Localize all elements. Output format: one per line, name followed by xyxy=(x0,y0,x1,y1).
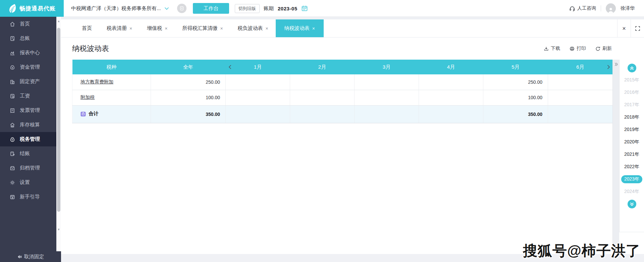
refresh-label: 刷新 xyxy=(602,46,612,52)
year-item-2024[interactable]: 2024年 xyxy=(620,185,644,198)
fixed-assets-icon xyxy=(9,79,15,85)
app-window: 畅捷通易代账 中税网通广泽（天津）税务师事务所有... 工作台 切到旧版 账期 … xyxy=(0,0,644,262)
leaf-logo-icon xyxy=(8,3,17,13)
month-value xyxy=(290,90,355,105)
period-label: 账期 xyxy=(264,5,274,12)
fullscreen-icon[interactable] xyxy=(631,19,644,38)
sidebar-item-guide[interactable]: 新手引导 xyxy=(0,190,56,204)
col-mar: 3月 xyxy=(355,60,419,74)
month-value xyxy=(226,90,290,105)
scrollbar-down-arrow[interactable]: ▼ xyxy=(56,228,61,232)
close-all-tabs-icon[interactable]: × xyxy=(617,19,631,38)
tab-close-icon[interactable]: × xyxy=(266,26,268,31)
unpin-label: 取消固定 xyxy=(24,254,44,260)
sidebar-item-archive[interactable]: 归档管理 xyxy=(0,161,56,175)
sidebar-item-settings[interactable]: 设置 xyxy=(0,175,56,190)
total-icon xyxy=(80,111,86,117)
collapse-panel-handle[interactable] xyxy=(612,60,619,254)
year-item-2021[interactable]: 2021年 xyxy=(620,148,644,160)
sidebar-item-invoice[interactable]: 发票管理 xyxy=(0,103,56,118)
tab-close-icon[interactable]: × xyxy=(165,26,167,31)
next-months-arrow-icon[interactable] xyxy=(607,60,610,74)
scrollbar-thumb[interactable] xyxy=(57,28,60,212)
tab-home[interactable]: 首页 xyxy=(74,19,99,37)
refresh-button[interactable]: 刷新 xyxy=(595,46,612,52)
company-name: 中税网通广泽（天津）税务师事务所有... xyxy=(71,5,161,12)
sidebar-item-label: 固定资产 xyxy=(20,78,40,85)
sidebar-item-general-ledger[interactable]: 总账 xyxy=(0,31,56,46)
total-month-value xyxy=(419,105,483,123)
sidebar-item-funds[interactable]: 资金管理 xyxy=(0,60,56,74)
col-jan: 1月 xyxy=(226,60,290,74)
sidebar-item-home[interactable]: 首页 xyxy=(0,17,56,31)
sidebar-item-label: 设置 xyxy=(20,179,30,186)
table-row: 地方教育费附加 250.00 250.00 xyxy=(72,74,613,90)
year-item-2016[interactable]: 2016年 xyxy=(620,86,644,99)
tab-tax-form-register[interactable]: 税表清册 × xyxy=(99,19,140,37)
unpin-sidebar-button[interactable]: 取消固定 xyxy=(0,251,61,262)
double-chevron-right-icon xyxy=(613,62,619,66)
company-selector[interactable]: 中税网通广泽（天津）税务师事务所有... xyxy=(71,0,169,17)
year-list: 2015年 2016年 2017年 2018年 2019年 2020年 2021… xyxy=(620,74,644,198)
username: 徐泽华 xyxy=(621,5,635,11)
brand-name: 畅捷通易代账 xyxy=(19,5,56,12)
month-value xyxy=(419,90,483,105)
sidebar: 首页 总账 报表中心 资金管理 固定资产 工资 xyxy=(0,17,56,262)
funds-icon xyxy=(9,64,15,70)
print-button[interactable]: 打印 xyxy=(570,46,586,52)
years-scroll-up-button[interactable] xyxy=(628,64,636,72)
sidebar-item-report-center[interactable]: 报表中心 xyxy=(0,46,56,60)
year-item-2019[interactable]: 2019年 xyxy=(620,123,644,136)
tab-close-icon[interactable]: × xyxy=(220,26,223,31)
main-content: 首页 税表清册 × 增值税 × 所得税汇算清缴 × 税负波动表 × xyxy=(61,17,644,262)
sidebar-menu: 首页 总账 报表中心 资金管理 固定资产 工资 xyxy=(0,17,56,204)
tab-vat[interactable]: 增值税 × xyxy=(140,19,175,37)
year-item-2023-selected[interactable]: 2023年 xyxy=(620,173,644,185)
year-item-2018[interactable]: 2018年 xyxy=(620,111,644,123)
sidebar-item-inventory[interactable]: 库存核算 xyxy=(0,118,56,132)
workbench-button[interactable]: 工作台 xyxy=(193,3,229,14)
tax-type-link[interactable]: 地方教育费附加 xyxy=(80,79,113,84)
tax-icon xyxy=(9,136,15,142)
download-label: 下载 xyxy=(551,46,560,52)
period-value: 2023-05 xyxy=(278,6,298,11)
chevron-down-icon[interactable] xyxy=(164,7,169,10)
col-may: 5月 xyxy=(483,60,548,74)
sidebar-item-label: 发票管理 xyxy=(20,107,40,114)
tab-label: 增值税 xyxy=(147,25,162,31)
invoice-icon xyxy=(9,108,15,114)
sidebar-item-label: 工资 xyxy=(20,93,30,99)
annual-value: 100.00 xyxy=(151,90,226,105)
sidebar-item-closing[interactable]: 结账 xyxy=(0,146,56,161)
col-apr: 4月 xyxy=(419,60,483,74)
avatar[interactable] xyxy=(606,3,616,13)
sidebar-scrollbar[interactable]: ▲ ▼ xyxy=(56,17,61,251)
tab-tax-payment-wave[interactable]: 纳税波动表 × xyxy=(276,19,324,37)
tab-income-tax-settlement[interactable]: 所得税汇算清缴 × xyxy=(175,19,230,37)
scrollbar-up-arrow[interactable]: ▲ xyxy=(56,19,61,23)
tab-tax-burden-wave[interactable]: 税负波动表 × xyxy=(230,19,276,37)
sidebar-item-fixed-assets[interactable]: 固定资产 xyxy=(0,74,56,89)
tax-type-link[interactable]: 附加税 xyxy=(80,94,95,100)
prev-months-arrow-icon[interactable] xyxy=(228,60,231,74)
sidebar-item-label: 归档管理 xyxy=(20,165,40,171)
watermark: 搜狐号@柿子洪了 xyxy=(523,241,641,261)
report-toolbar: 下载 打印 刷新 xyxy=(544,46,612,52)
sidebar-item-tax-management[interactable]: 税务管理 xyxy=(0,132,56,146)
month-value xyxy=(355,90,419,105)
sidebar-item-payroll[interactable]: 工资 xyxy=(0,89,56,103)
year-item-2020[interactable]: 2020年 xyxy=(620,136,644,148)
year-item-2022[interactable]: 2022年 xyxy=(620,160,644,173)
year-item-2015[interactable]: 2015年 xyxy=(620,74,644,86)
calendar-icon[interactable] xyxy=(302,5,308,11)
switch-old-version-button[interactable]: 切到旧版 xyxy=(235,4,260,13)
support-button[interactable]: 人工咨询 xyxy=(569,5,596,11)
accounting-period: 账期 2023-05 xyxy=(264,0,308,17)
tab-close-icon[interactable]: × xyxy=(129,26,132,31)
year-item-2017[interactable]: 2017年 xyxy=(620,99,644,111)
notepad-icon[interactable] xyxy=(177,4,186,13)
tab-label: 税表清册 xyxy=(107,25,127,31)
tab-close-icon[interactable]: × xyxy=(312,26,315,31)
years-scroll-down-button[interactable] xyxy=(628,200,636,208)
download-button[interactable]: 下载 xyxy=(544,46,560,52)
